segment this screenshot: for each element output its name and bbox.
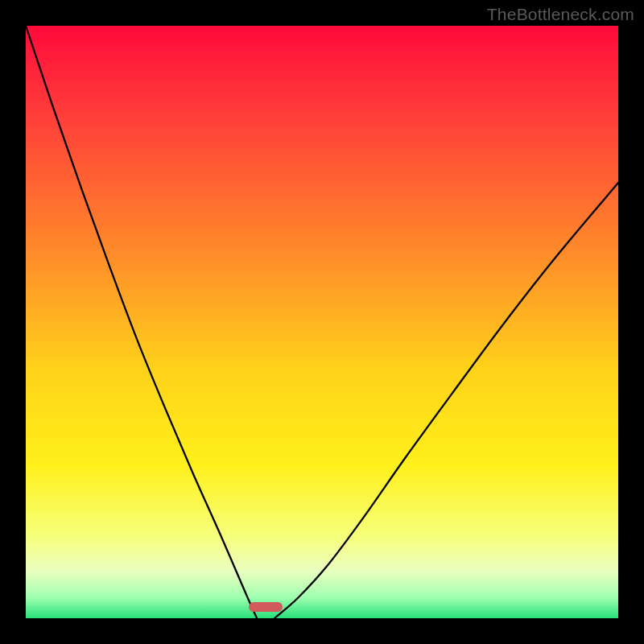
curve-svg — [26, 26, 618, 618]
chart-frame: TheBottleneck.com — [0, 0, 644, 644]
curve-right-branch — [275, 183, 618, 618]
plot-area — [26, 26, 618, 618]
watermark-text: TheBottleneck.com — [487, 5, 634, 24]
bottleneck-marker — [249, 602, 283, 612]
curve-left-branch — [26, 26, 257, 618]
